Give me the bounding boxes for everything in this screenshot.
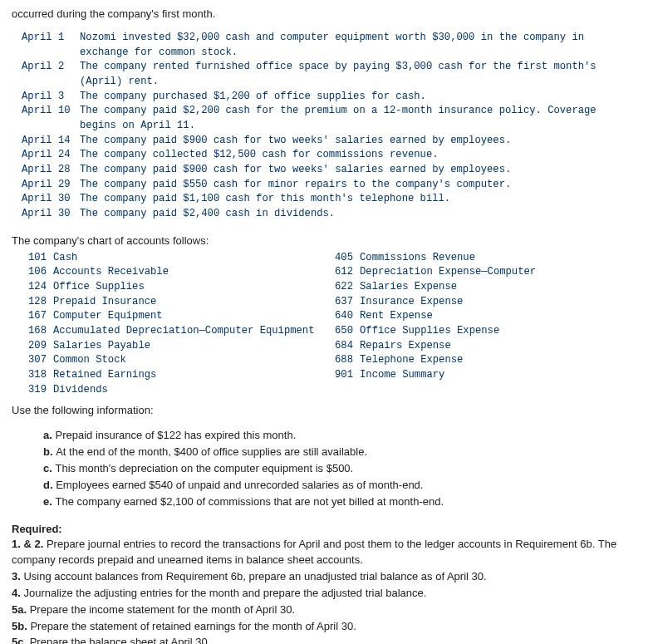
entry-date: April 30 [22,207,80,222]
chart-of-accounts: 101Cash106Accounts Receivable124Office S… [22,251,635,398]
coa-number: 101 [22,251,53,266]
coa-name: Commissions Revenue [360,251,475,266]
req-text: Prepare the statement of retained earnin… [30,620,356,632]
entry-date: April 24 [22,148,80,163]
coa-row: 167Computer Equipment [22,309,328,324]
coa-name: Common Stock [53,353,126,368]
coa-row: 612Depreciation Expense—Computer [328,265,635,280]
document-scroll-area[interactable]: occurred during the company's first mont… [0,0,653,644]
coa-number: 622 [328,280,360,295]
entry-desc: The company rented furnished office spac… [80,60,635,89]
entry-row: April 28The company paid $900 cash for t… [22,163,635,178]
coa-row: 318Retained Earnings [22,368,328,383]
info-item: b. At the end of the month, $400 of offi… [43,445,635,460]
entry-date: April 2 [22,60,80,75]
req-label: 5a. [12,603,30,616]
coa-name: Office Supplies [53,280,145,295]
req-text: Prepare the income statement for the mon… [30,603,295,616]
coa-row: 319Dividends [22,383,328,398]
coa-row: 307Common Stock [22,353,328,368]
required-title: Required: [12,522,635,538]
req-item: 3. Using account balances from Requireme… [12,569,635,585]
req-item: 5a. Prepare the income statement for the… [12,602,635,618]
req-item: 5c. Prepare the balance sheet at April 3… [12,635,635,644]
coa-name: Retained Earnings [53,368,156,383]
coa-row: 168Accumulated Depreciation—Computer Equ… [22,324,328,339]
req-label: 1. & 2. [12,538,47,550]
coa-name: Rent Expense [360,309,433,324]
use-info-heading: Use the following information: [12,403,635,419]
coa-number: 209 [22,339,53,354]
req-text: Prepare journal entries to record the tr… [12,538,616,566]
coa-number: 640 [328,309,360,324]
req-item: 1. & 2. Prepare journal entries to recor… [12,537,635,568]
coa-number: 106 [22,265,53,280]
req-label: 5c. [12,636,30,644]
required-list: 1. & 2. Prepare journal entries to recor… [12,537,635,644]
coa-row: 650Office Supplies Expense [328,324,635,339]
entry-date: April 29 [22,178,80,193]
req-label: 5b. [12,620,30,632]
entry-date: April 28 [22,163,80,178]
coa-name: Salaries Payable [53,339,150,354]
coa-number: 612 [328,265,360,280]
entry-row: April 30The company paid $2,400 cash in … [22,207,635,222]
req-text: Prepare the balance sheet at April 30. [30,636,211,644]
info-text: At the end of the month, $400 of office … [56,445,367,458]
req-text: Journalize the adjusting entries for the… [23,587,426,599]
info-label: e. [43,495,55,508]
info-label: a. [43,429,55,441]
entry-desc: The company paid $550 cash for minor rep… [80,178,635,193]
entry-row: April 1Nozomi invested $32,000 cash and … [22,31,635,60]
coa-right-column: 405Commissions Revenue612Depreciation Ex… [328,251,635,398]
entry-desc: The company collected $12,500 cash for c… [80,148,635,163]
entry-desc: The company paid $1,100 cash for this mo… [80,192,635,207]
coa-name: Prepaid Insurance [53,295,156,310]
coa-name: Income Summary [360,368,444,383]
info-text: Employees earned $540 of unpaid and unre… [56,479,423,491]
coa-row: 622Salaries Expense [328,280,635,295]
info-text: The company earned $2,100 of commissions… [55,495,444,508]
info-text: Prepaid insurance of $122 has expired th… [55,429,296,441]
entry-desc: The company paid $900 cash for two weeks… [80,163,635,178]
coa-left-column: 101Cash106Accounts Receivable124Office S… [22,251,328,398]
req-text: Using account balances from Requirement … [23,570,486,583]
coa-name: Cash [53,251,77,266]
entry-desc: The company paid $2,200 cash for the pre… [80,104,635,133]
coa-number: 168 [22,324,53,339]
info-text: This month's depreciation on the compute… [55,462,353,474]
entry-desc: Nozomi invested $32,000 cash and compute… [80,31,635,60]
info-label: b. [43,445,56,458]
req-item: 4. Journalize the adjusting entries for … [12,586,635,602]
info-list: a. Prepaid insurance of $122 has expired… [43,428,635,509]
coa-number: 124 [22,280,53,295]
coa-name: Accounts Receivable [53,265,169,280]
entry-date: April 10 [22,104,80,119]
entry-row: April 14The company paid $900 cash for t… [22,134,635,149]
coa-row: 405Commissions Revenue [328,251,635,266]
coa-number: 650 [328,324,360,339]
coa-row: 688Telephone Expense [328,353,635,368]
entry-row: April 2The company rented furnished offi… [22,60,635,89]
coa-number: 405 [328,251,360,266]
info-label: d. [43,479,56,491]
coa-name: Office Supplies Expense [360,324,499,339]
info-label: c. [43,462,55,474]
entry-date: April 14 [22,134,80,149]
coa-name: Depreciation Expense—Computer [360,265,536,280]
coa-number: 319 [22,383,53,398]
entry-desc: The company paid $900 cash for two weeks… [80,134,635,149]
entry-row: April 24The company collected $12,500 ca… [22,148,635,163]
entry-row: April 3The company purchased $1,200 of o… [22,90,635,105]
coa-name: Insurance Expense [360,295,463,310]
entry-row: April 29The company paid $550 cash for m… [22,178,635,193]
coa-row: 124Office Supplies [22,280,328,295]
entry-desc: The company purchased $1,200 of office s… [80,90,635,105]
info-item: c. This month's depreciation on the comp… [43,461,635,477]
coa-row: 901Income Summary [328,368,635,383]
coa-row: 101Cash [22,251,328,266]
entry-date: April 1 [22,31,80,46]
entry-desc: The company paid $2,400 cash in dividend… [80,207,635,222]
req-item: 5b. Prepare the statement of retained ea… [12,619,635,635]
coa-number: 688 [328,353,360,368]
